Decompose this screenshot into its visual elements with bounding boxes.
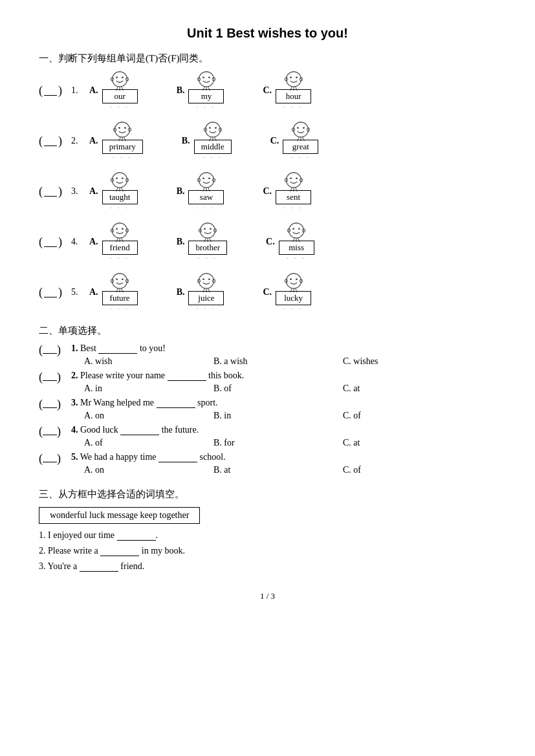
mc-option: A. of	[84, 438, 213, 448]
answer-blank[interactable]	[44, 186, 57, 197]
answer-blank[interactable]	[44, 85, 57, 96]
face-dots: · · ·	[284, 205, 303, 211]
svg-point-48	[113, 173, 127, 188]
mc-option: C. of	[343, 411, 472, 421]
mc-option: C. wishes	[343, 356, 472, 367]
mc-question-text: 1. Best to you!	[71, 343, 496, 354]
word-option: C. sent· · ·	[263, 172, 311, 211]
mc-option: B. a wish	[213, 356, 343, 367]
part2-header: 二、单项选择。	[39, 325, 496, 337]
open-paren: (	[39, 135, 43, 148]
word-option: A. our· · ·	[89, 71, 138, 110]
open-paren: (	[39, 235, 43, 249]
answer-blank[interactable]	[43, 371, 57, 381]
face-dots: · · ·	[110, 255, 129, 261]
answer-blank[interactable]	[44, 237, 57, 247]
answer-blank[interactable]	[44, 287, 57, 297]
part1-header: 一、判断下列每组单词是(T)否(F)同类。	[39, 52, 496, 65]
word-option: A. future· · ·	[89, 273, 138, 312]
word-box: my	[188, 89, 224, 103]
svg-point-73	[116, 228, 118, 230]
fill-sentence: 1. I enjoyed our time .	[39, 530, 496, 541]
fill-blank	[80, 561, 118, 572]
fill-sentence: 3. You're a friend.	[39, 561, 496, 572]
face-dots: · · ·	[287, 255, 306, 261]
mc-row: ()2. Please write your name this book.A.…	[39, 371, 496, 394]
item-number: 3.	[71, 186, 89, 197]
face-word-card: our· · ·	[102, 71, 138, 110]
svg-point-104	[199, 274, 213, 288]
word-row: ()1.A. our· · ·B.	[39, 71, 496, 110]
answer-blank[interactable]	[44, 136, 57, 146]
word-option: C. hour· · ·	[263, 71, 311, 110]
mc-content: 4. Good luck the future.A. ofB. forC. at	[71, 425, 496, 448]
svg-point-112	[286, 274, 301, 288]
word-box: primary	[102, 140, 143, 154]
mc-row: ()5. We had a happy time school.A. onB. …	[39, 452, 496, 475]
answer-blank[interactable]	[43, 425, 57, 435]
word-options: A. friend· · ·B.	[89, 222, 314, 261]
word-box: juice	[188, 291, 224, 305]
face-word-card: my· · ·	[188, 71, 224, 110]
option-label: B.	[177, 287, 185, 297]
word-option: B. juice· · ·	[177, 273, 224, 312]
close-paren: )	[58, 235, 62, 249]
item-number: 5.	[71, 287, 89, 297]
close-paren: )	[58, 185, 62, 199]
mc-option: B. of	[213, 383, 343, 394]
question-number: 3.	[71, 398, 78, 407]
word-option: B. middle· · ·	[182, 122, 232, 160]
option-label: A.	[89, 136, 98, 146]
mc-option: C. of	[343, 465, 472, 475]
close-paren: )	[58, 84, 62, 98]
face-word-card: sent· · ·	[276, 172, 311, 211]
svg-point-88	[289, 223, 304, 238]
svg-point-72	[113, 223, 127, 238]
word-option: C. lucky· · ·	[263, 273, 311, 312]
word-options: A. our· · ·B.	[89, 71, 311, 110]
svg-point-97	[116, 278, 118, 280]
svg-point-81	[204, 228, 206, 230]
svg-point-105	[202, 278, 204, 280]
mc-option: C. at	[343, 383, 472, 394]
option-label: B.	[177, 237, 185, 247]
face-word-card: brother· · ·	[188, 222, 227, 261]
svg-point-10	[208, 76, 210, 78]
option-label: C.	[263, 85, 272, 96]
word-box: our	[102, 89, 138, 103]
svg-point-64	[286, 173, 301, 188]
face-word-card: future· · ·	[102, 273, 138, 312]
mc-options: A. wishB. a wishC. wishes	[71, 356, 496, 367]
mc-option: A. in	[84, 383, 213, 394]
face-dots: · · ·	[197, 205, 216, 211]
mc-options: A. onB. atC. of	[71, 465, 496, 475]
fill-blank	[117, 530, 156, 541]
page-number: 1 / 3	[39, 591, 496, 601]
word-row: ()5.A. future· · ·B.	[39, 273, 496, 312]
mc-row: ()4. Good luck the future.A. ofB. forC. …	[39, 425, 496, 448]
face-dots: · · ·	[110, 104, 129, 110]
face-dots: · · ·	[284, 306, 303, 312]
open-paren: (	[39, 84, 43, 98]
close-paren: )	[57, 371, 61, 383]
mc-question-text: 5. We had a happy time school.	[71, 452, 496, 462]
svg-point-114	[296, 278, 298, 280]
face-word-card: hour· · ·	[276, 71, 311, 110]
answer-blank[interactable]	[43, 452, 57, 462]
svg-point-40	[293, 122, 308, 137]
word-option: A. taught· · ·	[89, 172, 138, 211]
mc-option: A. on	[84, 411, 213, 421]
svg-point-32	[205, 122, 220, 137]
option-label: A.	[89, 85, 98, 96]
mc-option: B. for	[213, 438, 343, 448]
fill-blank	[157, 398, 195, 408]
svg-point-56	[199, 173, 213, 188]
answer-blank[interactable]	[43, 343, 57, 354]
mc-content: 2. Please write your name this book.A. i…	[71, 371, 496, 394]
close-paren: )	[57, 343, 61, 356]
fill-blank	[120, 425, 159, 435]
answer-blank[interactable]	[43, 398, 57, 408]
word-box: saw	[188, 190, 224, 204]
face-dots: · · ·	[197, 306, 216, 312]
option-label: A.	[89, 186, 98, 197]
